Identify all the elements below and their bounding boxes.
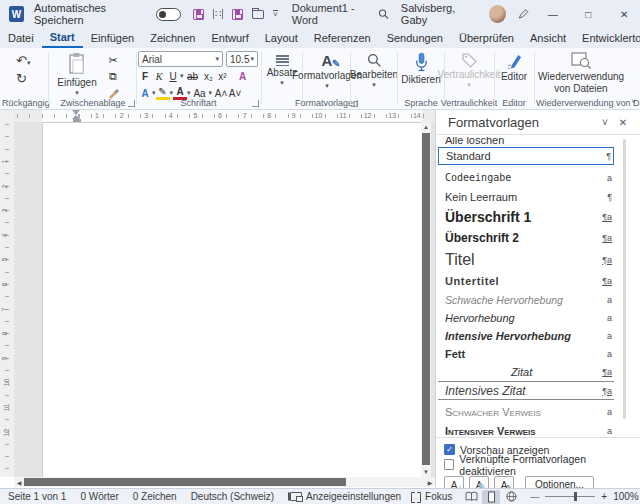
redo-icon[interactable]: ↻ xyxy=(16,72,27,85)
font-name-combobox[interactable]: Arial ▾ xyxy=(138,51,223,67)
style-item-ueberschrift-2[interactable]: Überschrift 2 ¶a xyxy=(438,228,614,248)
paste-button[interactable]: Einfügen ▾ xyxy=(56,52,98,97)
tab-entwurf[interactable]: Entwurf xyxy=(203,28,256,48)
read-mode-button[interactable] xyxy=(462,490,480,504)
pane-close-icon[interactable]: ✕ xyxy=(614,114,632,130)
ruler-number: 14 xyxy=(413,112,421,119)
italic-button[interactable]: K xyxy=(152,69,166,83)
ruler-number: 2 xyxy=(1,184,8,188)
style-item-untertitel[interactable]: Untertitel ¶a xyxy=(438,271,614,291)
undo-icon[interactable]: ↶▾ xyxy=(16,54,30,69)
vertical-scrollbar[interactable]: ▲ ▼ xyxy=(421,122,431,477)
word-count[interactable]: 0 Wörter xyxy=(80,491,118,502)
cut-icon[interactable]: ✂ xyxy=(106,53,120,67)
style-item-intensiver-verweis[interactable]: Intensiver Verweis a xyxy=(438,421,614,437)
strikethrough-button[interactable]: ab xyxy=(184,69,202,83)
open-folder-icon[interactable] xyxy=(252,10,264,19)
styles-list-scrollbar[interactable] xyxy=(623,139,626,419)
tab-ansicht[interactable]: Ansicht xyxy=(522,28,574,48)
vertical-ruler[interactable]: 123456789101112 xyxy=(0,110,14,477)
copy-icon[interactable]: ⧉ xyxy=(106,69,120,83)
style-item-hervorhebung[interactable]: Hervorhebung a xyxy=(438,309,614,327)
horizontal-scrollbar[interactable]: ◀ ▶ xyxy=(14,477,435,487)
dialog-launcher-icon[interactable] xyxy=(252,100,259,107)
display-settings-button[interactable]: Anzeigeeinstellungen xyxy=(290,491,401,502)
user-name[interactable]: Salvisberg, Gaby xyxy=(401,2,478,26)
collapse-ribbon-icon[interactable]: ˅ xyxy=(631,97,636,106)
customize-qat-icon[interactable]: ˅ xyxy=(273,10,278,18)
tab-zeichnen[interactable]: Zeichnen xyxy=(142,28,203,48)
horizontal-scroll-thumb[interactable] xyxy=(24,478,346,486)
style-item-standard[interactable]: Standard ¶ xyxy=(438,147,614,165)
save-icon[interactable] xyxy=(232,9,243,20)
style-item-codeeingabe[interactable]: Codeeingabe a xyxy=(438,168,614,187)
style-item-fett[interactable]: Fett a xyxy=(438,345,614,363)
editing-button[interactable]: Bearbeiten ▾ xyxy=(352,53,396,89)
pane-chevron-down-icon[interactable]: ˅ xyxy=(596,114,614,130)
scroll-left-icon[interactable]: ◀ xyxy=(14,477,24,487)
tab-ueberpruefen[interactable]: Überprüfen xyxy=(451,28,522,48)
zoom-in-button[interactable]: + xyxy=(601,491,607,502)
scroll-up-icon[interactable]: ▲ xyxy=(421,122,431,132)
checkbox-checked-icon[interactable]: ✓ xyxy=(444,444,455,455)
page-count[interactable]: Seite 1 von 1 xyxy=(8,491,66,502)
style-item-clear-all[interactable]: Alle löschen xyxy=(438,137,614,147)
underline-button[interactable]: U xyxy=(166,69,180,83)
dialog-launcher-icon[interactable] xyxy=(128,100,135,107)
char-count[interactable]: 0 Zeichen xyxy=(133,491,177,502)
tab-sendungen[interactable]: Sendungen xyxy=(379,28,451,48)
speech-group: Diktieren Sprache xyxy=(399,48,443,110)
style-item-intensive-hervorhebung[interactable]: Intensive Hervorhebung a xyxy=(438,327,614,345)
document-page[interactable] xyxy=(42,122,422,477)
document-area xyxy=(14,122,435,477)
ribbon-tab-bar: Datei Start Einfügen Zeichnen Entwurf La… xyxy=(0,28,640,48)
scroll-down-icon[interactable]: ▼ xyxy=(421,467,431,477)
zoom-level[interactable]: 100% xyxy=(613,491,639,502)
scroll-right-icon[interactable]: ▶ xyxy=(425,477,435,487)
tab-datei[interactable]: Datei xyxy=(0,28,42,48)
autosave-toggle[interactable] xyxy=(156,8,180,21)
style-item-titel[interactable]: Titel ¶a xyxy=(438,248,614,271)
tab-start[interactable]: Start xyxy=(42,28,83,48)
linked-mark: ¶a xyxy=(602,212,612,222)
focus-button[interactable]: Fokus xyxy=(411,491,452,502)
autosave-control[interactable]: Automatisches Speichern xyxy=(34,2,181,26)
style-item-intensives-zitat[interactable]: Intensives Zitat ¶a xyxy=(438,381,614,400)
tab-layout[interactable]: Layout xyxy=(257,28,306,48)
pencil-icon[interactable] xyxy=(518,8,529,20)
superscript-button[interactable]: x² xyxy=(216,69,230,83)
style-item-zitat[interactable]: Zitat ¶a xyxy=(438,363,614,381)
touch-mode-icon[interactable]: ∷ xyxy=(213,9,223,19)
bold-button[interactable]: F xyxy=(138,69,152,83)
checkbox-unchecked-icon[interactable] xyxy=(444,459,454,470)
word-logo-icon[interactable]: W xyxy=(9,6,24,22)
style-item-schwacher-verweis[interactable]: Schwacher Verweis a xyxy=(438,402,614,421)
save-icon[interactable] xyxy=(193,9,204,20)
language-status[interactable]: Deutsch (Schweiz) xyxy=(191,491,274,502)
tab-einfuegen[interactable]: Einfügen xyxy=(83,28,142,48)
avatar[interactable] xyxy=(489,5,505,23)
editor-button[interactable]: Editor xyxy=(496,53,532,82)
vertical-scroll-thumb[interactable] xyxy=(422,133,430,465)
zoom-slider[interactable] xyxy=(545,492,595,501)
dictate-button[interactable]: Diktieren xyxy=(399,52,443,85)
tab-entwicklertools[interactable]: Entwicklertools xyxy=(574,28,640,48)
style-item-ueberschrift-1[interactable]: Überschrift 1 ¶a xyxy=(438,206,614,228)
print-layout-button[interactable] xyxy=(482,490,500,504)
zoom-slider-thumb[interactable] xyxy=(574,492,577,501)
maximize-button[interactable]: □ xyxy=(577,4,601,24)
search-icon[interactable] xyxy=(378,8,389,20)
text-effects-icon[interactable]: A xyxy=(236,69,250,83)
indent-marker[interactable] xyxy=(72,110,81,122)
tab-referenzen[interactable]: Referenzen xyxy=(306,28,379,48)
web-layout-button[interactable] xyxy=(502,490,520,504)
reuse-files-button[interactable]: Wiederverwendung von Dateien xyxy=(536,52,626,94)
subscript-button[interactable]: x₂ xyxy=(202,69,216,83)
style-item-schwache-hervorhebung[interactable]: Schwache Hervorhebung a xyxy=(438,291,614,309)
disable-linked-checkbox-row[interactable]: Verknüpfte Formatvorlagen deaktivieren xyxy=(444,457,632,472)
minimize-button[interactable]: — xyxy=(541,4,565,24)
font-size-combobox[interactable]: 10.5 ▾ xyxy=(226,51,258,67)
zoom-out-button[interactable]: — xyxy=(530,492,539,502)
style-item-kein-leerraum[interactable]: Kein Leerraum ¶ xyxy=(438,187,614,206)
close-button[interactable]: ✕ xyxy=(612,4,636,24)
